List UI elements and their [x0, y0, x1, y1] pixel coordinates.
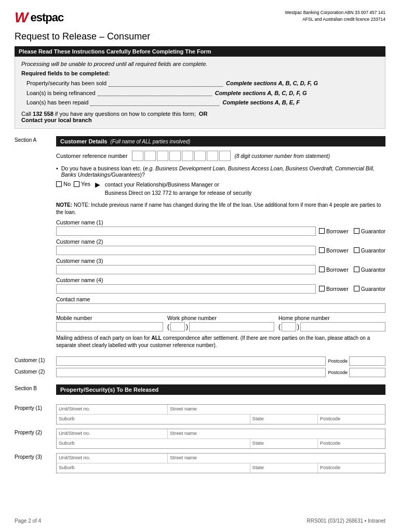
borrower-1-text: Borrower	[326, 228, 349, 234]
ref-box-4[interactable]	[169, 151, 181, 161]
borrower-1-label[interactable]: Borrower	[319, 228, 349, 234]
property-3-street-label: Street name	[170, 455, 197, 460]
work-number-input[interactable]	[189, 322, 274, 331]
home-open-paren: (	[278, 322, 281, 331]
guarantor-2-checkbox[interactable]	[354, 247, 359, 253]
property-3-street-cell[interactable]: Street name	[168, 454, 385, 463]
guarantor-3-text: Guarantor	[361, 267, 385, 273]
guarantor-4-label[interactable]: Guarantor	[354, 286, 385, 292]
borrower-2-text: Borrower	[326, 247, 349, 254]
home-phone-label: Home phone number	[278, 315, 385, 321]
section-b-title: Property/Security(s) To Be Released	[60, 387, 158, 393]
mobile-input[interactable]	[56, 322, 163, 331]
borrower-4-label[interactable]: Borrower	[319, 286, 349, 292]
property-2-suburb-cell[interactable]: Suburb	[57, 439, 250, 448]
borrower-4-checkbox[interactable]	[319, 286, 325, 291]
note-text: NOTE: Include previous name if name has …	[56, 202, 381, 215]
guarantor-4-checkbox[interactable]	[354, 286, 359, 291]
work-phone-label: Work phone number	[167, 315, 274, 321]
property-1-suburb-cell[interactable]: Suburb	[57, 415, 250, 424]
customer-name-3-group: Customer name (3) Borrower Guarantor	[56, 258, 385, 274]
ref-box-5[interactable]	[182, 151, 193, 161]
property-2-street-cell[interactable]: Street name	[168, 429, 385, 438]
ref-box-1[interactable]	[132, 151, 143, 161]
customer-2-postcode-input[interactable]	[349, 368, 385, 377]
customer-1-postcode-input[interactable]	[349, 356, 385, 366]
borrower-1-checkbox[interactable]	[319, 228, 325, 234]
processing-note: Processing will be unable to proceed unt…	[21, 61, 379, 67]
no-checkbox-label[interactable]: No	[56, 181, 71, 187]
contact-name-input[interactable]	[56, 303, 385, 313]
customer-name-3-label: Customer name (3)	[56, 258, 385, 264]
borrower-3-label[interactable]: Borrower	[319, 267, 349, 273]
call-number: 132 558	[33, 111, 54, 117]
customer-name-1-input[interactable]	[56, 227, 316, 236]
borrower-4-text: Borrower	[326, 286, 349, 292]
arrow-icon: ►	[94, 181, 102, 189]
guarantor-2-label[interactable]: Guarantor	[354, 247, 385, 254]
customer-1-addr-input[interactable]	[56, 356, 326, 366]
ref-box-8[interactable]	[219, 151, 231, 161]
borrower-3-checkbox[interactable]	[319, 267, 325, 272]
property-1-street-label: Street name	[170, 406, 197, 411]
section-b-label: Section B	[15, 385, 37, 391]
yes-checkbox[interactable]	[74, 181, 79, 187]
property-1-postcode-cell[interactable]: Postcode	[318, 415, 385, 424]
borrower-2-checkbox[interactable]	[319, 247, 325, 253]
page-header: W estpac Westpac Banking Corporation ABN…	[15, 9, 385, 26]
ref-box-3[interactable]	[157, 151, 168, 161]
property-1-unit-label: Unit/Street no.	[59, 406, 90, 411]
phone-row: Mobile number Work phone number ( ) H	[56, 315, 385, 331]
property-2-postcode-cell[interactable]: Postcode	[318, 439, 385, 448]
ref-box-6[interactable]	[194, 151, 206, 161]
req-label-1: Property/security has been sold	[26, 78, 108, 88]
property-2-state-cell[interactable]: State	[250, 439, 318, 448]
logo-brand-text: estpac	[30, 11, 63, 24]
property-2-street-label: Street name	[170, 430, 197, 436]
customer-name-4-input[interactable]	[56, 284, 316, 294]
yes-checkbox-label[interactable]: Yes	[74, 181, 90, 187]
property-3-suburb-label: Suburb	[59, 464, 75, 470]
property-3-state-cell[interactable]: State	[250, 463, 318, 473]
property-1-state-label: State	[252, 416, 264, 421]
no-checkbox[interactable]	[56, 181, 62, 187]
call-line: Call 132 558 if you have any questions o…	[21, 111, 379, 117]
section-a-label: Section A	[15, 137, 36, 143]
property-1-state-cell[interactable]: State	[250, 415, 318, 424]
contact-text-line1: contact your Relationship/Business Manag…	[105, 181, 252, 189]
customer-2-addr-input[interactable]	[56, 368, 326, 377]
property-1-unit-cell[interactable]: Unit/Street no.	[57, 405, 168, 414]
property-3-postcode-cell[interactable]: Postcode	[318, 463, 385, 473]
guarantor-1-label[interactable]: Guarantor	[354, 228, 385, 234]
home-area-input[interactable]	[282, 322, 296, 331]
ref-box-7[interactable]	[207, 151, 218, 161]
work-area-input[interactable]	[170, 322, 185, 331]
guarantor-1-checkbox[interactable]	[354, 228, 359, 234]
work-close-paren: )	[186, 322, 188, 331]
section-a-title: Customer Details	[60, 138, 107, 144]
property-3-line1: Unit/Street no. Street name	[57, 454, 385, 463]
section-b-row: Section B Property/Security(s) To Be Rel…	[15, 384, 385, 399]
req-label-3: Loan(s) has been repaid	[26, 98, 89, 108]
property-2-unit-cell[interactable]: Unit/Street no.	[57, 429, 168, 438]
customer-name-2-input[interactable]	[56, 246, 316, 255]
guarantor-3-label[interactable]: Guarantor	[354, 267, 385, 273]
or-label: OR	[199, 111, 208, 117]
property-3-suburb-cell[interactable]: Suburb	[57, 463, 250, 473]
business-loan-examples: e.g. Business Development Loan, Business…	[61, 165, 375, 178]
ref-box-2[interactable]	[144, 151, 156, 161]
customer-name-4-label: Customer name (4)	[56, 277, 385, 283]
customer-name-3-input[interactable]	[56, 265, 316, 274]
required-label: Required fields to be completed:	[21, 70, 379, 76]
guarantor-3-checkbox[interactable]	[354, 267, 359, 272]
borrower-guarantor-2: Borrower Guarantor	[319, 247, 385, 254]
property-1-street-cell[interactable]: Street name	[168, 405, 385, 414]
home-number-input[interactable]	[300, 322, 385, 331]
customer-name-1-row: Borrower Guarantor	[56, 227, 385, 236]
property-3-unit-cell[interactable]: Unit/Street no.	[57, 454, 168, 463]
customer-2-addr-label: Customer (2)	[15, 368, 56, 377]
home-phone-input-row: ( )	[278, 322, 385, 331]
contact-name-row	[56, 303, 385, 313]
borrower-2-label[interactable]: Borrower	[319, 247, 349, 254]
property-1-line2: Suburb State Postcode	[57, 415, 385, 424]
